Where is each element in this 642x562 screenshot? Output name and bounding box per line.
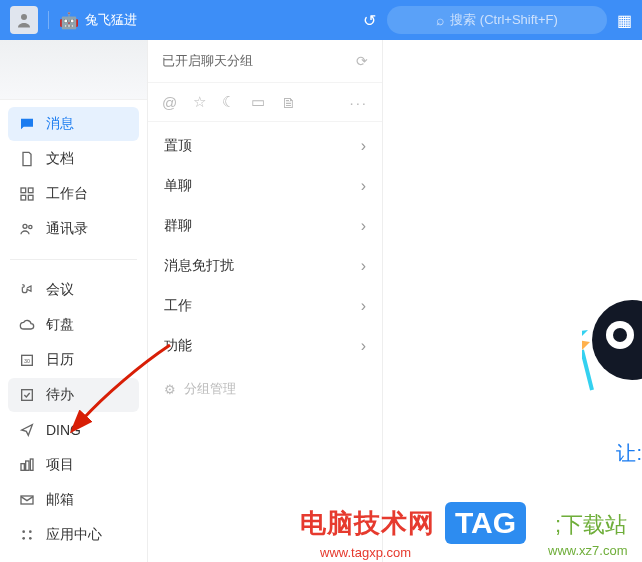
file-icon[interactable]: 🗎	[281, 94, 296, 111]
panel-header: 已开启聊天分组 ⟳	[148, 40, 382, 83]
panel-toolbar: @ ☆ ☾ ▭ 🗎 ···	[148, 83, 382, 122]
sidebar-item-workspace[interactable]: 工作台	[8, 177, 139, 211]
group-item-single[interactable]: 单聊›	[148, 166, 382, 206]
svg-point-20	[613, 328, 627, 342]
workspace-icon	[18, 185, 36, 203]
profile-block[interactable]	[0, 40, 147, 100]
sidebar-item-todo[interactable]: 待办	[8, 378, 139, 412]
appcenter-icon	[18, 526, 36, 544]
nav-secondary: 会议 钉盘 30 日历 待办 DING 项目	[0, 266, 147, 559]
mention-icon[interactable]: @	[162, 94, 177, 111]
sidebar-item-label: 钉盘	[46, 316, 74, 334]
svg-text:30: 30	[24, 358, 30, 364]
star-icon[interactable]: ☆	[193, 93, 206, 111]
sidebar-item-label: 日历	[46, 351, 74, 369]
sidebar-item-label: 通讯录	[46, 220, 88, 238]
panel-title: 已开启聊天分组	[162, 52, 253, 70]
watermark-red: 电脑技术网 TAG	[300, 502, 526, 544]
bot-icon: 🤖	[59, 11, 79, 30]
search-icon: ⌕	[436, 12, 444, 28]
watermark-green-url: www.xz7.com	[548, 543, 627, 558]
svg-rect-2	[28, 188, 33, 193]
mail-icon	[18, 491, 36, 509]
watermark-red-text: 电脑技术网	[300, 506, 435, 541]
sidebar-item-label: 文档	[46, 150, 74, 168]
apps-grid-icon[interactable]: ▦	[617, 11, 632, 30]
watermark-green-text: ;下载站	[555, 510, 627, 540]
svg-rect-1	[21, 188, 26, 193]
sidebar-item-label: 应用中心	[46, 526, 102, 544]
contacts-icon	[18, 220, 36, 238]
refresh-icon[interactable]: ⟳	[356, 53, 368, 69]
phone-icon[interactable]: ▭	[251, 93, 265, 111]
chat-group-panel: 已开启聊天分组 ⟳ @ ☆ ☾ ▭ 🗎 ··· 置顶› 单聊› 群聊› 消息免打…	[148, 40, 383, 562]
sidebar-item-meeting[interactable]: 会议	[8, 273, 139, 307]
group-label: 群聊	[164, 217, 192, 235]
sidebar-item-cloud[interactable]: 钉盘	[8, 308, 139, 342]
group-item-mute[interactable]: 消息免打扰›	[148, 246, 382, 286]
sidebar-item-label: 待办	[46, 386, 74, 404]
svg-point-5	[23, 224, 27, 228]
chevron-right-icon: ›	[361, 137, 366, 155]
meeting-icon	[18, 281, 36, 299]
titlebar: 🤖 兔飞猛进 ↺ ⌕ 搜索 (Ctrl+Shift+F) ▦	[0, 0, 642, 40]
svg-marker-22	[582, 330, 588, 340]
watermark-red-url: www.tagxp.com	[320, 545, 411, 560]
chevron-right-icon: ›	[361, 257, 366, 275]
header-divider	[48, 11, 49, 29]
mascot-image	[582, 290, 642, 410]
watermark-tag-badge: TAG	[445, 502, 526, 544]
sidebar-item-contacts[interactable]: 通讯录	[8, 212, 139, 246]
svg-rect-3	[21, 195, 26, 200]
svg-point-16	[22, 537, 25, 540]
sidebar-item-appcenter[interactable]: 应用中心	[8, 518, 139, 552]
group-label: 工作	[164, 297, 192, 315]
nav-primary: 消息 文档 工作台 通讯录	[0, 100, 147, 253]
sidebar-item-mail[interactable]: 邮箱	[8, 483, 139, 517]
search-placeholder: 搜索 (Ctrl+Shift+F)	[450, 11, 558, 29]
main-content: 让:	[383, 40, 642, 562]
gear-icon: ⚙	[164, 382, 176, 397]
user-avatar[interactable]	[10, 6, 38, 34]
window-title: 兔飞猛进	[85, 11, 137, 29]
history-icon[interactable]: ↺	[359, 11, 379, 30]
chevron-right-icon: ›	[361, 337, 366, 355]
group-item-group[interactable]: 群聊›	[148, 206, 382, 246]
svg-marker-21	[582, 340, 590, 350]
search-box[interactable]: ⌕ 搜索 (Ctrl+Shift+F)	[387, 6, 607, 34]
main-tagline: 让:	[616, 440, 642, 467]
group-label: 功能	[164, 337, 192, 355]
group-list: 置顶› 单聊› 群聊› 消息免打扰› 工作› 功能›	[148, 122, 382, 370]
sidebar-item-calendar[interactable]: 30 日历	[8, 343, 139, 377]
sidebar-item-documents[interactable]: 文档	[8, 142, 139, 176]
sidebar-item-ding[interactable]: DING	[8, 413, 139, 447]
sidebar-item-project[interactable]: 项目	[8, 448, 139, 482]
svg-rect-4	[28, 195, 33, 200]
project-icon	[18, 456, 36, 474]
chevron-right-icon: ›	[361, 177, 366, 195]
sidebar-item-label: 会议	[46, 281, 74, 299]
group-label: 置顶	[164, 137, 192, 155]
sidebar: 消息 文档 工作台 通讯录 会议 钉盘	[0, 40, 148, 562]
group-label: 消息免打扰	[164, 257, 234, 275]
group-item-function[interactable]: 功能›	[148, 326, 382, 366]
svg-point-14	[22, 530, 25, 533]
svg-rect-9	[22, 390, 33, 401]
svg-point-17	[29, 537, 32, 540]
svg-point-15	[29, 530, 32, 533]
svg-rect-10	[21, 464, 24, 471]
nav-separator	[10, 259, 137, 260]
group-label: 单聊	[164, 177, 192, 195]
todo-icon	[18, 386, 36, 404]
group-item-work[interactable]: 工作›	[148, 286, 382, 326]
sidebar-item-messages[interactable]: 消息	[8, 107, 139, 141]
calendar-icon: 30	[18, 351, 36, 369]
sidebar-item-label: 工作台	[46, 185, 88, 203]
document-icon	[18, 150, 36, 168]
svg-point-0	[21, 14, 27, 20]
moon-icon[interactable]: ☾	[222, 93, 235, 111]
more-icon[interactable]: ···	[349, 94, 368, 111]
group-item-pin[interactable]: 置顶›	[148, 126, 382, 166]
chevron-right-icon: ›	[361, 297, 366, 315]
group-manage[interactable]: ⚙ 分组管理	[148, 370, 382, 408]
